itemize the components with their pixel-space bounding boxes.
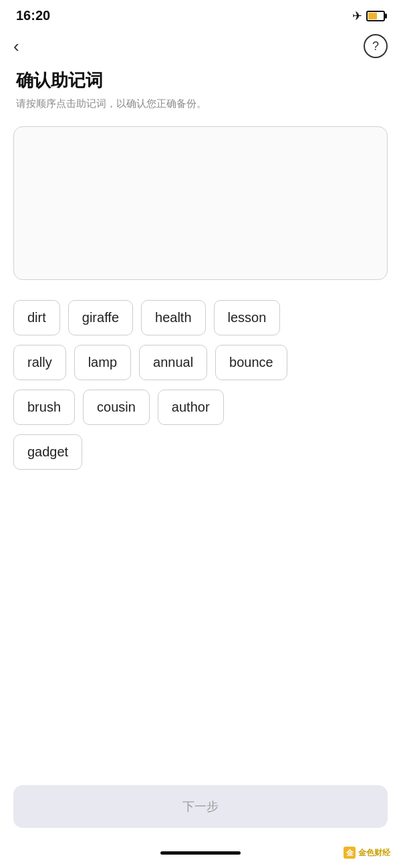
word-chip-brush[interactable]: brush — [13, 390, 75, 425]
word-chip-author[interactable]: author — [158, 390, 224, 425]
word-row-4: gadget — [13, 434, 388, 470]
page-header: 确认助记词 请按顺序点击助记词，以确认您正确备份。 — [0, 66, 401, 121]
mnemonic-input-area — [13, 126, 388, 280]
airplane-icon: ✈ — [352, 9, 362, 23]
word-chip-cousin[interactable]: cousin — [83, 390, 150, 425]
nav-bar: ‹ ? — [0, 29, 401, 66]
word-chip-health[interactable]: health — [141, 300, 206, 335]
watermark-icon: 金 — [344, 847, 356, 859]
next-button[interactable]: 下一步 — [13, 785, 388, 828]
bottom-home-indicator — [160, 851, 241, 855]
page-title: 确认助记词 — [16, 69, 385, 92]
watermark-label: 金色财经 — [358, 847, 390, 859]
battery-icon — [366, 11, 385, 21]
watermark: 金 金色财经 — [344, 847, 390, 859]
word-row-1: dirt giraffe health lesson — [13, 300, 388, 335]
word-chip-gadget[interactable]: gadget — [13, 434, 82, 470]
word-chip-lamp[interactable]: lamp — [74, 345, 131, 380]
page-subtitle: 请按顺序点击助记词，以确认您正确备份。 — [16, 96, 385, 110]
battery-fill — [368, 13, 377, 19]
status-icons: ✈ — [352, 9, 385, 23]
help-button[interactable]: ? — [364, 34, 388, 58]
word-chip-bounce[interactable]: bounce — [215, 345, 287, 380]
word-chip-annual[interactable]: annual — [139, 345, 207, 380]
word-chip-lesson[interactable]: lesson — [214, 300, 281, 335]
word-chip-giraffe[interactable]: giraffe — [68, 300, 133, 335]
status-time: 16:20 — [16, 8, 50, 23]
word-chip-rally[interactable]: rally — [13, 345, 66, 380]
word-row-3: brush cousin author — [13, 390, 388, 425]
word-chips-section: dirt giraffe health lesson rally lamp an… — [0, 293, 401, 470]
word-row-2: rally lamp annual bounce — [13, 345, 388, 380]
word-chip-dirt[interactable]: dirt — [13, 300, 60, 335]
next-button-wrapper: 下一步 — [13, 785, 388, 828]
status-bar: 16:20 ✈ — [0, 0, 401, 29]
back-button[interactable]: ‹ — [13, 37, 19, 55]
